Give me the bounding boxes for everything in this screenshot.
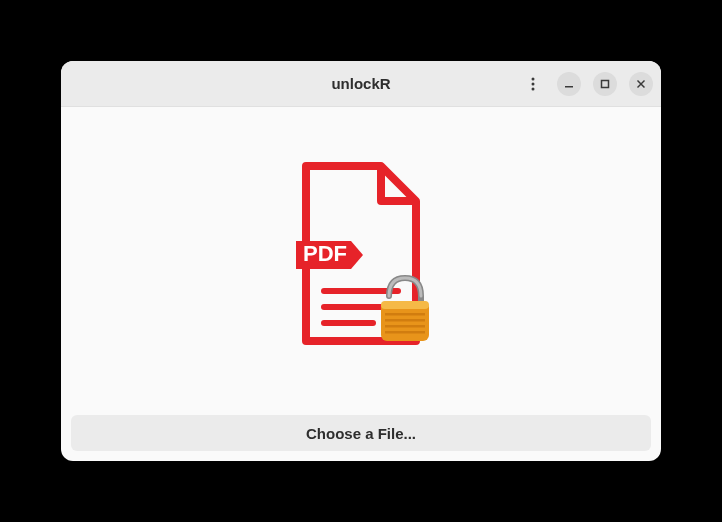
pdf-file-icon: PDF <box>281 156 441 356</box>
minimize-icon <box>564 79 574 89</box>
minimize-button[interactable] <box>557 72 581 96</box>
svg-rect-4 <box>602 80 609 87</box>
maximize-button[interactable] <box>593 72 617 96</box>
main-content: PDF <box>61 107 661 405</box>
svg-point-0 <box>532 77 535 80</box>
svg-rect-3 <box>565 86 573 88</box>
svg-rect-14 <box>385 319 425 322</box>
menu-button[interactable] <box>521 72 545 96</box>
close-icon <box>636 79 646 89</box>
svg-point-2 <box>532 87 535 90</box>
svg-rect-15 <box>385 325 425 328</box>
app-window: unlockR <box>61 61 661 461</box>
header-bar: unlockR <box>61 61 661 107</box>
close-button[interactable] <box>629 72 653 96</box>
svg-rect-12 <box>381 301 429 309</box>
choose-file-button[interactable]: Choose a File... <box>71 415 651 451</box>
maximize-icon <box>600 79 610 89</box>
window-title: unlockR <box>209 75 513 92</box>
svg-point-1 <box>532 82 535 85</box>
svg-rect-10 <box>321 320 376 326</box>
svg-rect-16 <box>385 331 425 334</box>
pdf-lock-illustration: PDF <box>281 156 441 356</box>
kebab-menu-icon <box>525 76 541 92</box>
svg-rect-13 <box>385 313 425 316</box>
header-controls <box>513 72 653 96</box>
svg-text:PDF: PDF <box>303 241 347 266</box>
footer-bar: Choose a File... <box>61 405 661 461</box>
